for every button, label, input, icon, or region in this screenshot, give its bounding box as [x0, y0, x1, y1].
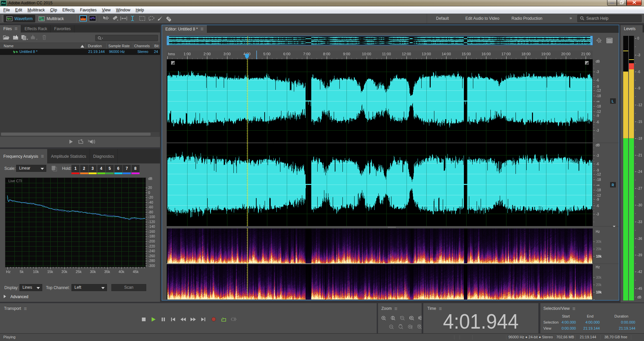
razor-tool-button[interactable]	[112, 15, 118, 21]
analysis-tab-frequency-analysis[interactable]: Frequency Analysis☰	[0, 149, 48, 163]
move-tool-button[interactable]	[102, 15, 109, 21]
hold-button-5[interactable]: 5	[106, 165, 114, 172]
view-end[interactable]: 21:19.144	[581, 326, 600, 330]
panel-menu-icon[interactable]: ☰	[201, 27, 204, 31]
spectral-pitch-display-button[interactable]	[89, 15, 96, 21]
fast-forward-button[interactable]	[190, 316, 197, 323]
skip-selection-button[interactable]	[230, 316, 237, 323]
lasso-selection-tool-button[interactable]	[148, 15, 155, 21]
files-list[interactable]	[0, 55, 160, 132]
open-file-icon[interactable]	[3, 35, 10, 40]
menu-favorites[interactable]: Favorites	[77, 7, 99, 13]
search-help-field[interactable]: Search Help	[577, 15, 642, 22]
close-button[interactable]	[627, 0, 642, 6]
hold-button-4[interactable]: 4	[97, 165, 105, 172]
trash-icon[interactable]	[42, 35, 47, 40]
zoom-to-selection-button[interactable]	[407, 324, 414, 332]
selection-start[interactable]: 4:00.000	[556, 320, 576, 324]
file-row-untitled-8[interactable]: Untitled 8 * 21:19.144 96000 Hz Stereo 2…	[0, 49, 160, 55]
workspace-edit-audio-to-video[interactable]: Edit Audio to Video	[457, 14, 507, 23]
display-dropdown[interactable]: Lines	[19, 284, 42, 291]
new-file-icon[interactable]	[21, 35, 29, 41]
workspace-default[interactable]: Default	[430, 14, 454, 23]
selection-duration[interactable]: 0:00.000	[607, 320, 635, 324]
panel-menu-icon[interactable]: ☰	[41, 155, 44, 158]
zoom-in-button[interactable]	[380, 315, 387, 323]
menu-edit[interactable]: Edit	[12, 7, 25, 13]
editor-display-options-icon[interactable]	[606, 38, 612, 43]
restore-button[interactable]	[617, 0, 627, 6]
ibeam-selection-tool-button[interactable]	[130, 15, 135, 21]
level-meters[interactable]	[621, 32, 644, 302]
zoom-out-amplitude-button[interactable]	[399, 315, 406, 323]
files-tab-favorites[interactable]: Favorites	[51, 25, 74, 32]
workspace-overflow-chevron[interactable]: »	[570, 14, 571, 23]
zoom-navigator-icon[interactable]	[596, 37, 603, 44]
scan-button[interactable]: Scan	[111, 284, 146, 291]
zoom-in-at-out-point-button[interactable]	[418, 315, 422, 323]
panel-menu-icon[interactable]: ☰	[394, 307, 397, 311]
files-horizontal-scrollbar[interactable]	[0, 132, 160, 137]
import-file-icon[interactable]	[12, 35, 20, 40]
time-display[interactable]: 4:01.944	[428, 309, 534, 333]
spectral-frequency-display[interactable]	[167, 228, 593, 299]
column-separator[interactable]	[153, 43, 153, 49]
stop-button[interactable]	[140, 316, 147, 323]
hold-button-1[interactable]: 1	[71, 165, 79, 172]
menu-effects[interactable]: Effects	[60, 7, 77, 13]
files-tab-files[interactable]: Files☰	[0, 25, 21, 32]
spectral-frequency-display-button[interactable]	[79, 15, 87, 21]
pause-button[interactable]	[160, 316, 167, 323]
loop-playback-icon[interactable]	[78, 139, 85, 145]
waveform-view-button[interactable]: Waveform	[4, 15, 35, 22]
files-tab-effects-rack[interactable]: Effects Rack	[21, 25, 51, 32]
menu-view[interactable]: View	[99, 7, 113, 13]
levels-tab[interactable]: Levels	[621, 25, 643, 32]
waveform-display[interactable]	[167, 59, 593, 226]
menu-clip[interactable]: Clip	[47, 7, 60, 13]
files-search-field[interactable]	[95, 35, 158, 41]
advanced-disclosure[interactable]: Advanced	[4, 294, 28, 299]
minimize-button[interactable]	[607, 0, 617, 6]
rewind-button[interactable]	[179, 316, 187, 323]
toolbar-grip[interactable]	[1, 15, 3, 22]
copy-graph-icon[interactable]	[51, 165, 58, 172]
zoom-reset-button[interactable]	[397, 324, 404, 332]
move-to-previous-button[interactable]	[169, 316, 177, 323]
zoom-out-button[interactable]	[388, 324, 395, 332]
zoom-out-full-button[interactable]	[416, 324, 422, 332]
panel-menu-icon[interactable]: ☰	[14, 27, 17, 30]
workspace-radio-production[interactable]: Radio Production	[503, 14, 550, 23]
selection-end[interactable]: 4:00.000	[581, 320, 600, 324]
auto-play-icon[interactable]	[87, 139, 95, 145]
play-button[interactable]	[150, 316, 157, 323]
zoom-in-at-in-point-button[interactable]	[409, 315, 415, 323]
multitrack-view-button[interactable]: Multitrack	[36, 15, 66, 22]
panel-menu-icon[interactable]: ☰	[24, 307, 27, 311]
hold-button-7[interactable]: 7	[123, 165, 131, 172]
column-duration[interactable]: Duration	[88, 44, 102, 48]
timeline-ruler[interactable]	[167, 51, 593, 59]
zoom-navigator-overview[interactable]	[167, 36, 593, 45]
menu-window[interactable]: Window	[113, 7, 133, 13]
view-start[interactable]: 0:00.000	[556, 326, 576, 330]
column-separator[interactable]	[106, 43, 107, 49]
amplitude-frequency-rulers[interactable]	[593, 51, 619, 300]
menu-help[interactable]: Help	[133, 7, 147, 13]
hold-button-8[interactable]: 8	[131, 165, 140, 172]
waveform-corner-handle-left[interactable]	[171, 61, 175, 65]
export-file-icon[interactable]	[30, 35, 38, 41]
scale-dropdown[interactable]: Linear	[16, 165, 46, 172]
hold-button-2[interactable]: 2	[80, 165, 88, 172]
top-channel-dropdown[interactable]: Left	[71, 284, 107, 291]
files-column-header[interactable]: Name Duration Sample Rate Channels Bit D	[0, 43, 160, 49]
move-to-next-button[interactable]	[200, 316, 207, 323]
frequency-analysis-graph[interactable]	[3, 176, 160, 277]
panel-menu-icon[interactable]: ☰	[573, 307, 576, 311]
marquee-selection-tool-button[interactable]	[139, 15, 146, 21]
analysis-tab-diagnostics[interactable]: Diagnostics	[90, 149, 118, 163]
files-scrollbar-thumb[interactable]	[1, 133, 151, 136]
waveform-spectral-splitter[interactable]	[167, 226, 593, 228]
column-separator[interactable]	[85, 43, 86, 49]
analysis-tab-amplitude-statistics[interactable]: Amplitude Statistics	[48, 149, 90, 163]
